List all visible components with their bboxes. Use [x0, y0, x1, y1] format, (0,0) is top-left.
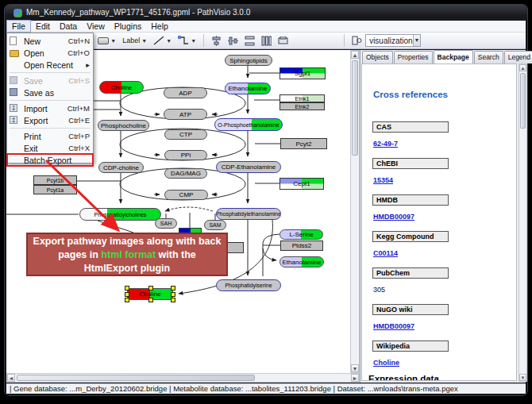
- node-label: Sgpl1: [295, 70, 310, 77]
- xref-section-chebi: ChEBI: [372, 158, 449, 169]
- xref-link-hmdb[interactable]: HMDB00097: [373, 213, 414, 221]
- file-menu-open[interactable]: Open Ctrl+O: [7, 47, 93, 59]
- gene-node-pcyt1a[interactable]: Pcyt1a: [33, 185, 77, 194]
- file-menu-open-recent[interactable]: Open Recent ▸: [7, 59, 93, 71]
- menu-edit[interactable]: Edit: [31, 21, 55, 32]
- tab-search[interactable]: Search: [474, 51, 503, 63]
- menu-data[interactable]: Data: [55, 21, 82, 32]
- label-tool-button[interactable]: Label ▼: [119, 34, 150, 48]
- gene-node-cept1[interactable]: Cept1: [279, 178, 324, 190]
- side-panel-scrollbar[interactable]: ▲ ▼: [519, 63, 527, 382]
- menu-help[interactable]: Help: [146, 21, 173, 32]
- tab-backpage[interactable]: Backpage: [434, 50, 473, 63]
- tab-objects[interactable]: Objects: [362, 51, 393, 63]
- gene-node-etnk2[interactable]: Etnk2: [279, 102, 325, 110]
- file-menu-save[interactable]: Save Ctrl+S: [7, 75, 93, 87]
- selection-handle[interactable]: [171, 292, 175, 297]
- xref-link-chebi[interactable]: 15354: [373, 176, 393, 184]
- node-ethanolamine-bottom[interactable]: Ethanolamine: [279, 256, 324, 267]
- node-phosphatidylethanolamine[interactable]: Phosphatidylethanolamine: [216, 208, 281, 220]
- selection-handle[interactable]: [125, 298, 129, 302]
- align-middle-button[interactable]: [225, 34, 241, 48]
- selection-handle[interactable]: [148, 298, 153, 302]
- file-menu-batch-export[interactable]: Batch Export: [7, 154, 93, 166]
- menu-item-shortcut: Ctrl+E: [68, 116, 90, 125]
- canvas-horizontal-scrollbar[interactable]: ◄ ►: [6, 373, 360, 383]
- menu-plugins[interactable]: Plugins: [110, 21, 146, 32]
- node-choline-top[interactable]: Choline: [99, 81, 144, 94]
- scrollbar-thumb[interactable]: [520, 73, 526, 129]
- node-cmp[interactable]: CMP: [164, 190, 208, 200]
- gene-node-partial-hidden[interactable]: [226, 242, 244, 253]
- node-l-serine[interactable]: L-Serine: [279, 229, 323, 240]
- menu-view[interactable]: View: [82, 21, 110, 32]
- distribute-vertical-button[interactable]: [241, 34, 258, 48]
- file-menu-print[interactable]: Print Ctrl+P: [7, 130, 93, 142]
- visualization-options-icon: [352, 36, 362, 45]
- visualization-options-button[interactable]: [349, 34, 365, 48]
- visualization-combobox[interactable]: visualization ▼: [365, 34, 421, 47]
- file-menu-exit[interactable]: Exit Ctrl+X: [7, 142, 93, 154]
- node-ethanolamine-top[interactable]: Ethanolamine: [225, 83, 271, 94]
- node-adp[interactable]: ADP: [164, 87, 207, 98]
- side-panel: Objects Properties Backpage Search Legen…: [360, 50, 526, 383]
- node-phosphatidylcholines[interactable]: Phosphatidylcholines: [79, 208, 161, 221]
- node-cdp-choline[interactable]: CDP-choline: [98, 162, 144, 173]
- xref-link-nugo[interactable]: HMDB00097: [373, 322, 414, 330]
- node-cdp-ethanolamine[interactable]: CDP-Ethanolamine: [216, 161, 281, 173]
- node-atp[interactable]: ATP: [164, 109, 207, 120]
- connector-tool-button[interactable]: ▼: [175, 34, 199, 48]
- file-menu-export[interactable]: ↥ Export Ctrl+E: [7, 114, 93, 126]
- node-o-phosphoethanolamine[interactable]: O-Phosphoethanolamine: [214, 118, 283, 131]
- gene-node-etnk1[interactable]: Etnk1: [279, 94, 325, 102]
- node-label: Sphingolipids: [229, 57, 268, 64]
- menu-file[interactable]: File: [6, 20, 31, 33]
- node-label: Choline: [110, 84, 132, 91]
- node-phosphocholine[interactable]: Phosphocholine: [98, 120, 149, 131]
- node-ppi[interactable]: PPi: [164, 150, 207, 160]
- datanode-tool-button[interactable]: ▼: [94, 34, 119, 48]
- selection-handle[interactable]: [171, 286, 175, 290]
- menu-item-label: Open Recent: [24, 60, 86, 70]
- xref-link-kegg[interactable]: C00114: [373, 249, 398, 257]
- xref-link-cas[interactable]: 62-49-7: [373, 140, 398, 148]
- file-menu-save-as[interactable]: Save as: [7, 87, 93, 98]
- node-dag-mag[interactable]: DAG/MAG: [164, 168, 207, 179]
- datanode-tool-icon: [98, 37, 109, 44]
- visualization-dropdown-arrow-icon[interactable]: ▼: [413, 35, 421, 46]
- node-choline-selected[interactable]: Choline: [127, 288, 173, 300]
- selection-handle[interactable]: [125, 286, 129, 290]
- scroll-right-icon[interactable]: ►: [351, 374, 359, 382]
- common-size-button[interactable]: [275, 34, 291, 48]
- scroll-down-icon[interactable]: ▼: [519, 374, 526, 381]
- distribute-horizontal-button[interactable]: [258, 34, 275, 48]
- scrollbar-thumb[interactable]: [17, 375, 255, 381]
- toolbar-separator: [344, 34, 345, 47]
- file-menu-import[interactable]: ↧ Import Ctrl+M: [7, 102, 93, 114]
- selection-handle[interactable]: [171, 298, 175, 302]
- node-sam[interactable]: SAM: [204, 220, 226, 230]
- xref-link-wikipedia[interactable]: Choline: [373, 359, 399, 367]
- node-phosphatidylserine[interactable]: Phosphatidylserine: [216, 279, 281, 291]
- selection-handle[interactable]: [148, 286, 153, 290]
- gene-node-pcyt2[interactable]: Pcyt2: [280, 138, 327, 149]
- line-tool-button[interactable]: ▼: [150, 34, 175, 48]
- node-sah[interactable]: SAH: [155, 218, 177, 229]
- scroll-left-icon[interactable]: ◄: [7, 374, 15, 382]
- scroll-up-icon[interactable]: ▲: [351, 51, 359, 59]
- node-ctp[interactable]: CTP: [164, 129, 207, 140]
- selection-handle[interactable]: [125, 292, 129, 297]
- gene-node-ptdss2[interactable]: Ptdss2: [280, 240, 323, 251]
- node-label: Phosphatidylserine: [225, 283, 272, 288]
- file-menu-new[interactable]: New Ctrl+N: [7, 35, 93, 47]
- tab-properties[interactable]: Properties: [394, 51, 433, 63]
- canvas-vertical-scrollbar[interactable]: ▲ ▼: [350, 50, 360, 373]
- align-center-button[interactable]: [208, 34, 225, 48]
- gene-node-sgpl1[interactable]: Sgpl1: [279, 67, 326, 79]
- scrollbar-thumb[interactable]: [352, 60, 358, 156]
- node-sphingolipids[interactable]: Sphingolipids: [225, 55, 272, 66]
- tab-legend[interactable]: Legend: [504, 51, 532, 63]
- scroll-down-icon[interactable]: ▼: [351, 364, 359, 372]
- gene-node-pcyt1b[interactable]: Pcyt1b: [33, 175, 77, 185]
- scroll-up-icon[interactable]: ▲: [519, 64, 526, 71]
